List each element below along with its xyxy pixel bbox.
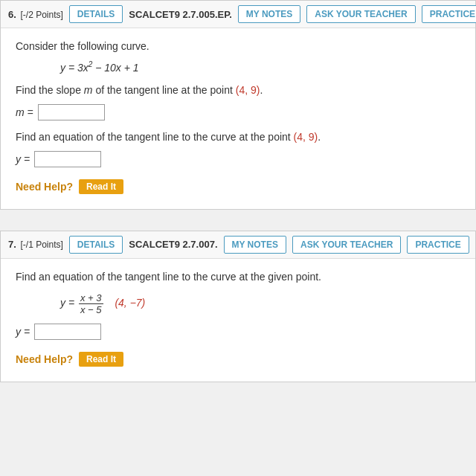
- q6-y-row: y =: [16, 151, 460, 167]
- q6-prompt2: Find the slope m of the tangent line at …: [16, 83, 460, 98]
- q7-y-input[interactable]: [34, 324, 101, 340]
- q6-need-help-text: Need Help?: [16, 181, 73, 193]
- q6-points: [-/2 Points]: [20, 10, 62, 20]
- q7-y-label: y =: [16, 326, 30, 338]
- q7-prompt: Find an equation of the tangent line to …: [16, 269, 460, 285]
- q7-point: (4, −7): [115, 297, 145, 309]
- q6-need-help: Need Help? Read It: [16, 179, 460, 194]
- q6-m-row: m =: [16, 104, 460, 120]
- q6-point1: (4, 9): [236, 84, 260, 96]
- q6-ask-teacher-button[interactable]: ASK YOUR TEACHER: [306, 5, 415, 23]
- q6-y-input[interactable]: [34, 151, 101, 167]
- q6-body: Consider the following curve. y = 3x2 − …: [1, 28, 475, 209]
- q7-ask-teacher-button[interactable]: ASK YOUR TEACHER: [292, 236, 401, 254]
- q6-details-button[interactable]: DETAILS: [69, 5, 123, 23]
- q6-y-label: y =: [16, 153, 30, 165]
- q7-source: SCALCET9 2.7.007.: [129, 239, 217, 250]
- q7-points: [-/1 Points]: [20, 239, 62, 250]
- q6-practice-button[interactable]: PRACTICE: [422, 5, 476, 23]
- q6-m-input[interactable]: [38, 104, 105, 120]
- q6-source: SCALCET9 2.7.005.EP.: [129, 9, 232, 20]
- q7-number: 7. [-/1 Points]: [8, 239, 63, 250]
- q6-prompt1: Consider the following curve.: [16, 39, 460, 54]
- question-7-header: 7. [-/1 Points] DETAILS SCALCET9 2.7.007…: [1, 231, 475, 259]
- question-6-header: 6. [-/2 Points] DETAILS SCALCET9 2.7.005…: [1, 1, 475, 28]
- q6-number: 6. [-/2 Points]: [8, 9, 63, 20]
- q6-equation: y = 3x2 − 10x + 1: [60, 60, 460, 74]
- q7-fraction: x + 3 x − 5: [79, 292, 103, 316]
- q7-denom: x − 5: [79, 304, 103, 316]
- q7-my-notes-button[interactable]: MY NOTES: [224, 236, 286, 254]
- q7-details-button[interactable]: DETAILS: [69, 236, 123, 254]
- q6-point2: (4, 9): [294, 131, 318, 143]
- q6-m-label: m =: [16, 106, 33, 118]
- q7-practice-button[interactable]: PRACTICE: [407, 236, 469, 254]
- question-7: 7. [-/1 Points] DETAILS SCALCET9 2.7.007…: [0, 231, 476, 382]
- q7-num-text: 7.: [8, 239, 16, 250]
- q6-read-it-button[interactable]: Read It: [79, 179, 123, 194]
- q7-need-help-text: Need Help?: [16, 353, 73, 365]
- q7-y-row: y =: [16, 324, 460, 340]
- q6-num-text: 6.: [8, 9, 16, 20]
- question-6: 6. [-/2 Points] DETAILS SCALCET9 2.7.005…: [0, 0, 476, 210]
- q7-equation: y = x + 3 x − 5 (4, −7): [60, 292, 460, 316]
- q7-body: Find an equation of the tangent line to …: [1, 259, 475, 382]
- q6-my-notes-button[interactable]: MY NOTES: [238, 5, 300, 23]
- q7-need-help: Need Help? Read It: [16, 352, 460, 367]
- q6-prompt3: Find an equation of the tangent line to …: [16, 129, 460, 145]
- q7-read-it-button[interactable]: Read It: [79, 352, 123, 367]
- q7-numer: x + 3: [79, 292, 103, 305]
